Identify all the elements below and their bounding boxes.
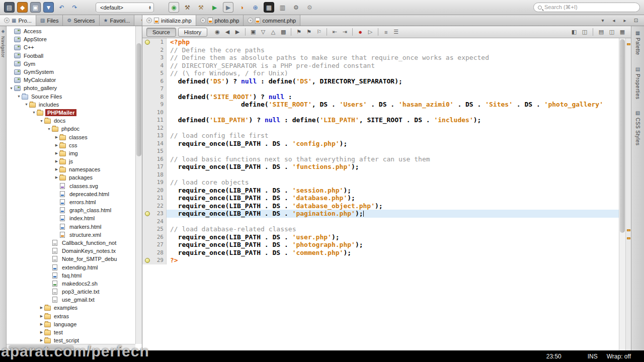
gutter-glyph-margin[interactable] [142,218,152,226]
toggle-bookmark-icon[interactable]: ⚐ [314,28,324,37]
tree-item-football[interactable]: Football [7,52,135,60]
tree-item-note-for-smtp-debu[interactable]: Note_for_SMTP_debu [7,255,135,263]
line-number[interactable]: 23 [152,210,167,218]
tree-item-graph-class-html[interactable]: graph_class.html [7,206,135,214]
error-stripe-mark[interactable] [627,229,630,231]
gutter-glyph-margin[interactable] [142,93,152,101]
gutter-glyph-margin[interactable] [142,109,152,117]
code-text[interactable] [167,109,619,117]
line-number[interactable]: 14 [152,140,167,148]
save-all-icon[interactable]: ▼ [43,2,54,13]
code-text[interactable]: require_once(LIB_PATH . DS . 'config.php… [167,140,619,148]
code-text[interactable] [167,124,619,132]
tree-item-packages[interactable]: ▶packages [7,173,135,182]
line-number[interactable]: 20 [152,187,167,195]
code-text[interactable] [167,218,619,226]
line-number[interactable]: 21 [152,194,167,202]
code-text[interactable]: define('SITE_ROOT', DS . 'Users' . DS . … [167,101,619,109]
history-view-button[interactable]: History [178,28,207,37]
code-text[interactable]: defined('SITE_ROOT') ? null : [167,93,619,101]
line-number[interactable]: 13 [152,132,167,140]
twisty-open-icon[interactable]: ▼ [16,95,22,98]
line-number[interactable]: 11 [152,116,167,124]
gutter-glyph-margin[interactable] [142,116,152,124]
settings-icon[interactable]: ⚙ [291,2,301,13]
tree-item-c[interactable]: C++ [7,43,135,51]
code-text[interactable]: require_once(LIB_PATH . DS . 'photograph… [167,241,619,249]
line-number[interactable]: 24 [152,218,167,226]
gutter-glyph-margin[interactable] [142,140,152,148]
gutter-glyph-margin[interactable] [142,124,152,132]
split-icon[interactable]: ◫ [607,28,616,37]
tree-item-language[interactable]: ▶language [7,320,135,328]
gutter-glyph-margin[interactable] [142,256,152,264]
code-text[interactable] [167,85,619,93]
gutter-glyph-margin[interactable] [142,77,152,85]
code-text[interactable]: require_once(LIB_PATH . DS . 'pagination… [167,210,619,218]
code-text[interactable]: // Define the core paths [167,46,619,54]
search-input[interactable]: Search (⌘+I) [533,3,640,12]
gutter-glyph-margin[interactable] [142,54,152,62]
close-panel-tab-icon[interactable]: × [4,18,10,23]
error-stripe[interactable] [625,38,631,350]
gutter-glyph-margin[interactable] [142,171,152,179]
code-text[interactable]: // load core objects [167,178,619,187]
code-text[interactable]: require_once(LIB_PATH . DS . 'user.php')… [167,233,619,241]
gutter-glyph-margin[interactable] [142,163,152,171]
clean-build-icon[interactable]: ⚒ [196,2,206,13]
source-view-button[interactable]: Source [146,28,176,37]
editor-tab-photo-php[interactable]: ×photo.php [196,15,244,26]
tree-item-extending-html[interactable]: extending.html [7,263,135,271]
gutter-glyph-margin[interactable] [142,187,152,195]
run-icon[interactable]: ▶ [209,2,220,13]
tab-list-dropdown-icon[interactable]: ▾ [599,17,607,25]
tree-item-js[interactable]: ▶js [7,157,135,165]
maximize-editor-icon[interactable]: ⊡ [632,17,640,25]
gutter-glyph-margin[interactable] [142,46,152,54]
code-text[interactable] [167,147,619,155]
twisty-closed-icon[interactable]: ▶ [39,322,44,326]
code-text[interactable]: <?php [167,38,619,46]
navigator-dock-label[interactable]: Navigator [1,36,6,58]
tree-item-source-files[interactable]: ▼Source Files [7,93,135,101]
twisty-closed-icon[interactable]: ▶ [54,175,59,179]
twisty-closed-icon[interactable]: ▶ [54,159,59,163]
gutter-glyph-margin[interactable] [142,69,152,77]
tree-item-errors-html[interactable]: errors.html [7,198,135,206]
history-view-icon[interactable]: ◫ [580,28,589,37]
scroll-tabs-right-icon[interactable]: ▸ [621,17,629,25]
code-text[interactable]: defined('DS') ? null : define('DS', DIRE… [167,77,619,85]
line-number[interactable]: 10 [152,109,167,117]
tree-item-access[interactable]: Access [7,27,135,35]
twisty-open-icon[interactable]: ▼ [31,111,37,114]
line-number[interactable]: 17 [152,163,167,171]
gutter-glyph-margin[interactable] [142,241,152,249]
code-text[interactable]: // (\ for Windows, / for Unix) [167,69,619,77]
panel-tab-favori[interactable]: ★Favori... [100,15,135,26]
twisty-open-icon[interactable]: ▼ [24,103,29,106]
line-number[interactable]: 2 [152,46,167,54]
run-configuration-dropdown[interactable]: <default> ▲▼ [96,3,154,13]
line-number[interactable]: 8 [152,93,167,101]
line-number[interactable]: 12 [152,124,167,132]
tree-item-img[interactable]: ▶img [7,149,135,157]
tree-item-phpmailer[interactable]: ▼PHPMailer [7,109,135,117]
twisty-open-icon[interactable]: ▼ [9,86,14,90]
tree-item-mycalculator[interactable]: MyCalculator [7,76,135,84]
line-number[interactable]: 16 [152,155,167,163]
code-text[interactable]: require_once(LIB_PATH . DS . 'comment.ph… [167,249,619,257]
line-number[interactable]: 1 [152,38,167,46]
forward-icon[interactable]: ▶ [233,28,242,37]
error-stripe-mark[interactable] [627,237,630,239]
line-number[interactable]: 15 [152,147,167,155]
terminal-icon[interactable]: ▦ [264,2,274,13]
code-area[interactable]: 1<?php2// Define the core paths3// Defin… [142,38,619,350]
twisty-closed-icon[interactable]: ▶ [54,167,59,171]
gutter-glyph-margin[interactable] [142,147,152,155]
tree-item-photo-gallery[interactable]: ▼photo_gallery [7,84,135,92]
close-tab-icon[interactable]: × [248,18,253,23]
code-text[interactable]: // load database-related classes [167,225,619,233]
find-prev-icon[interactable]: △ [269,28,278,37]
palette-dock-item[interactable]: ▦Palette [635,30,640,55]
tree-item-domainkeys-notes-tx[interactable]: DomainKeys_notes.tx [7,247,135,255]
